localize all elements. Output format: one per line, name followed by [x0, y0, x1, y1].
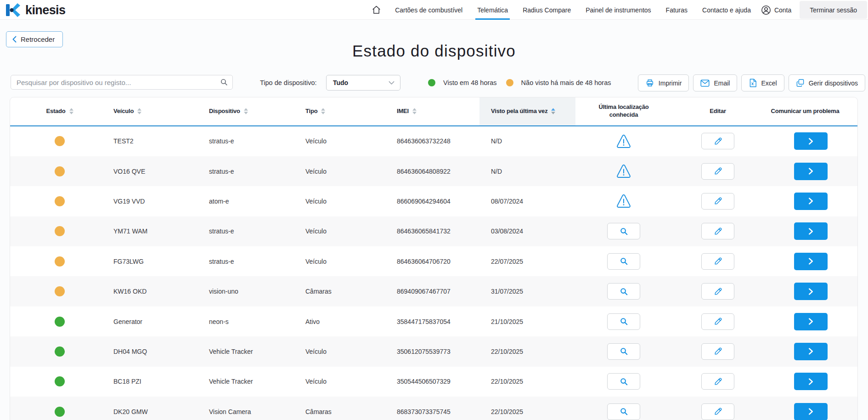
- sort-icon-active: [551, 108, 555, 114]
- location-cell: [575, 126, 672, 156]
- edit-cell: [672, 186, 764, 216]
- edit-button[interactable]: [701, 193, 734, 210]
- edit-button[interactable]: [701, 313, 734, 330]
- report-problem-button[interactable]: [794, 253, 828, 270]
- view-location-button[interactable]: [607, 283, 640, 300]
- view-location-button[interactable]: [607, 223, 640, 239]
- type-cell: Veículo: [302, 126, 388, 156]
- column-header-vehicle[interactable]: Veículo: [109, 97, 205, 125]
- column-header-imei[interactable]: IMEI: [388, 97, 479, 125]
- vehicle-cell: KW16 OKD: [109, 276, 205, 306]
- report-problem-button[interactable]: [794, 163, 828, 180]
- home-icon[interactable]: [364, 5, 388, 15]
- column-header-location[interactable]: Última localização conhecida: [575, 97, 672, 125]
- type-cell: Câmaras: [302, 397, 388, 420]
- printer-icon: [645, 79, 654, 87]
- status-dot: [55, 166, 65, 176]
- sort-icon: [244, 108, 248, 114]
- edit-button[interactable]: [701, 403, 734, 420]
- imei-cell: 864636064706720: [388, 246, 479, 276]
- view-location-button[interactable]: [607, 313, 640, 330]
- pencil-icon: [714, 347, 722, 356]
- type-cell: Câmaras: [302, 276, 388, 306]
- column-header-report: Comunicar um problema: [764, 97, 857, 125]
- imei-cell: 350544506507329: [388, 367, 479, 397]
- report-problem-button[interactable]: [794, 313, 828, 330]
- brand-logo[interactable]: kinesis: [6, 2, 65, 18]
- magnifier-icon: [620, 227, 628, 235]
- view-location-button[interactable]: [607, 253, 640, 270]
- device-cell: stratus-e: [205, 126, 302, 156]
- edit-button[interactable]: [701, 253, 734, 270]
- pencil-icon: [714, 227, 722, 236]
- device-type-label: Tipo de dispositivo:: [260, 79, 317, 86]
- sort-icon: [137, 108, 141, 114]
- report-problem-button[interactable]: [794, 373, 828, 390]
- edit-button[interactable]: [701, 163, 734, 180]
- report-cell: [764, 126, 857, 156]
- legend-not-seen-48h: Não visto há mais de 48 horas: [506, 79, 611, 86]
- column-header-last-seen[interactable]: Visto pela última vez: [479, 97, 575, 125]
- manage-devices-button[interactable]: Gerir dispositivos: [789, 74, 865, 91]
- warning-icon: [616, 134, 631, 148]
- report-problem-button[interactable]: [794, 222, 828, 240]
- pencil-icon: [714, 257, 722, 266]
- column-header-status[interactable]: Estado: [10, 97, 109, 125]
- email-button[interactable]: Email: [693, 74, 737, 91]
- nav-item-radius-compare[interactable]: Radius Compare: [515, 0, 578, 20]
- edit-button[interactable]: [701, 343, 734, 360]
- column-header-type[interactable]: Tipo: [302, 97, 388, 125]
- sort-icon: [321, 108, 325, 114]
- brand-name: kinesis: [25, 3, 65, 17]
- last-seen-cell: 21/10/2025: [479, 306, 575, 336]
- account-menu[interactable]: Conta: [758, 0, 798, 20]
- edit-cell: [672, 367, 764, 397]
- report-cell: [764, 216, 857, 246]
- edit-button[interactable]: [701, 373, 734, 390]
- imei-cell: 869409067467707: [388, 276, 479, 306]
- print-button[interactable]: Imprimir: [638, 74, 689, 91]
- edit-button[interactable]: [701, 283, 734, 300]
- report-problem-button[interactable]: [794, 343, 828, 360]
- column-header-device[interactable]: Dispositivo: [205, 97, 302, 125]
- status-dot: [55, 346, 65, 357]
- last-seen-cell: 22/10/2025: [479, 336, 575, 366]
- chevron-right-icon: [808, 228, 813, 235]
- view-location-button[interactable]: [607, 343, 640, 360]
- status-cell: [10, 397, 109, 420]
- view-location-button[interactable]: [607, 373, 640, 390]
- report-problem-button[interactable]: [794, 283, 828, 300]
- status-cell: [10, 216, 109, 246]
- report-problem-button[interactable]: [794, 403, 828, 420]
- nav-item-fuel-cards[interactable]: Cartões de combustível: [388, 0, 470, 20]
- edit-button[interactable]: [701, 133, 734, 149]
- device-type-select[interactable]: Tudo: [326, 75, 400, 91]
- status-dot: [55, 196, 65, 206]
- nav-item-invoices[interactable]: Faturas: [659, 0, 695, 20]
- edit-button[interactable]: [701, 223, 734, 239]
- nav-item-telematics[interactable]: Telemática: [470, 0, 515, 20]
- nav-item-dashboard[interactable]: Painel de instrumentos: [578, 0, 658, 20]
- type-cell: Veículo: [302, 156, 388, 186]
- device-cell: Vehicle Tracker: [205, 336, 302, 366]
- edit-cell: [672, 336, 764, 366]
- last-seen-cell: N/D: [479, 126, 575, 156]
- report-problem-button[interactable]: [794, 132, 828, 150]
- magnifier-icon: [620, 288, 628, 295]
- table-row: VO16 QVE stratus-e Veículo 8646360648089…: [10, 156, 857, 186]
- status-cell: [10, 306, 109, 336]
- status-dot: [55, 407, 65, 417]
- edit-cell: [672, 397, 764, 420]
- logout-button[interactable]: Terminar sessão: [800, 1, 867, 19]
- last-seen-cell: 08/07/2024: [479, 186, 575, 216]
- vehicle-cell: YM71 WAM: [109, 216, 205, 246]
- location-cell: [575, 306, 672, 336]
- vehicle-cell: Generator: [109, 306, 205, 336]
- report-problem-button[interactable]: [794, 193, 828, 210]
- excel-button[interactable]: Excel: [741, 74, 784, 91]
- nav-item-contact-help[interactable]: Contacto e ajuda: [695, 0, 758, 20]
- status-dot: [55, 226, 65, 236]
- view-location-button[interactable]: [607, 403, 640, 420]
- search-input[interactable]: [11, 75, 233, 90]
- status-dot: [55, 286, 65, 296]
